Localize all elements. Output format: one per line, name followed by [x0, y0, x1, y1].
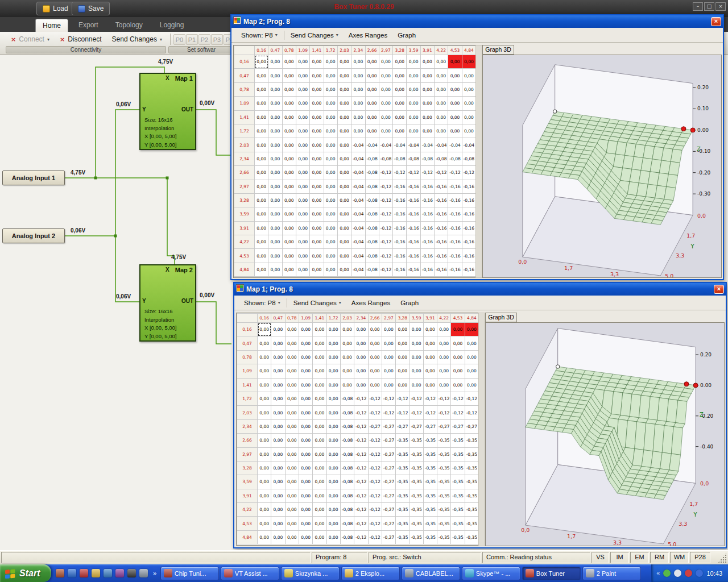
map-cell-13-9[interactable]: -0,27: [382, 503, 395, 517]
map-cell-0-10[interactable]: 0,00: [396, 323, 410, 336]
map-cell-10-8[interactable]: -0,12: [368, 461, 382, 475]
shown-selector[interactable]: Shown: P8▾: [236, 30, 283, 40]
map-cell-9-13[interactable]: -0,35: [437, 447, 451, 461]
map-cell-3-12[interactable]: 0,00: [420, 97, 434, 110]
connect-button[interactable]: × Connect ▾: [6, 34, 55, 44]
map-cell-12-13[interactable]: -0,16: [435, 221, 448, 235]
map-cell-2-3[interactable]: 0,00: [296, 82, 309, 96]
map-cell-12-12[interactable]: -0,35: [423, 489, 437, 502]
map-cell-5-9[interactable]: 0,00: [379, 124, 392, 138]
map-cell-9-0[interactable]: 0,00: [255, 180, 268, 193]
map-cell-9-3[interactable]: 0,00: [296, 180, 309, 193]
map-cell-4-6[interactable]: 0,00: [337, 110, 351, 124]
map-cell-5-14[interactable]: 0,00: [448, 124, 462, 138]
map-cell-7-15[interactable]: -0,27: [465, 419, 478, 433]
map-cell-6-14[interactable]: -0,12: [451, 406, 465, 419]
map-cell-3-8[interactable]: 0,00: [365, 97, 379, 110]
map-cell-1-3[interactable]: 0,00: [296, 69, 309, 82]
map-cell-14-14[interactable]: -0,16: [448, 249, 462, 263]
map-cell-3-15[interactable]: 0,00: [465, 364, 478, 378]
map-cell-10-4[interactable]: 0,00: [310, 193, 324, 207]
map-cell-9-5[interactable]: 0,00: [324, 180, 337, 193]
map-cell-9-9[interactable]: -0,27: [382, 447, 395, 461]
map-cell-0-7[interactable]: 0,00: [351, 55, 365, 69]
map-cell-9-11[interactable]: -0,35: [410, 447, 423, 461]
map-cell-3-13[interactable]: 0,00: [435, 97, 448, 110]
map-cell-1-3[interactable]: 0,00: [299, 336, 312, 350]
map-cell-12-9[interactable]: -0,12: [379, 221, 392, 235]
map-cell-6-9[interactable]: -0,12: [382, 406, 395, 419]
map-cell-15-9[interactable]: -0,27: [382, 530, 395, 544]
map-cell-14-0[interactable]: 0,00: [255, 249, 268, 263]
map-cell-15-10[interactable]: -0,35: [396, 530, 410, 544]
save-button[interactable]: Save: [72, 2, 110, 15]
map-cell-15-15[interactable]: -0,16: [462, 263, 475, 276]
map-cell-10-3[interactable]: 0,00: [296, 193, 309, 207]
map-cell-0-0[interactable]: 0,00: [255, 55, 268, 69]
map-cell-0-3[interactable]: 0,00: [296, 55, 309, 69]
map-cell-4-12[interactable]: 0,00: [420, 110, 434, 124]
map-cell-5-2[interactable]: 0,00: [285, 392, 299, 405]
map-cell-5-12[interactable]: -0,12: [423, 392, 437, 405]
map-cell-14-3[interactable]: 0,00: [296, 249, 309, 263]
minimize-button[interactable]: –: [693, 2, 703, 11]
map-cell-5-3[interactable]: 0,00: [299, 392, 312, 405]
map-cell-12-15[interactable]: -0,35: [465, 489, 478, 502]
map-cell-9-14[interactable]: -0,16: [448, 180, 462, 193]
map-cell-3-0[interactable]: 0,00: [255, 97, 268, 110]
map-cell-0-4[interactable]: 0,00: [313, 323, 326, 336]
map-cell-9-6[interactable]: 0,00: [337, 180, 351, 193]
map-cell-3-11[interactable]: 0,00: [407, 97, 420, 110]
map-cell-11-10[interactable]: -0,16: [393, 207, 407, 221]
map-cell-3-9[interactable]: 0,00: [382, 364, 395, 378]
map-cell-7-2[interactable]: 0,00: [285, 419, 299, 433]
map-cell-3-2[interactable]: 0,00: [285, 364, 299, 378]
map-cell-12-14[interactable]: -0,35: [451, 489, 465, 502]
map-cell-0-0[interactable]: 0,00: [258, 323, 271, 336]
map-cell-15-1[interactable]: 0,00: [271, 530, 285, 544]
quick-launch-icon-5[interactable]: [104, 569, 112, 577]
map-cell-4-1[interactable]: 0,00: [271, 378, 285, 392]
map-cell-14-1[interactable]: 0,00: [271, 517, 285, 530]
map-cell-1-8[interactable]: 0,00: [365, 69, 379, 82]
map-cell-13-3[interactable]: 0,00: [299, 503, 312, 517]
program-button-p2[interactable]: P2: [198, 34, 210, 45]
map-cell-13-0[interactable]: 0,00: [255, 235, 268, 249]
map-cell-1-9[interactable]: 0,00: [379, 69, 392, 82]
map-cell-9-9[interactable]: -0,12: [379, 180, 392, 193]
map-cell-2-0[interactable]: 0,00: [255, 82, 268, 96]
map-cell-11-8[interactable]: -0,12: [368, 475, 382, 489]
tab-graph-3d[interactable]: Graph 3D: [485, 313, 517, 322]
map-cell-4-3[interactable]: 0,00: [296, 110, 309, 124]
map-cell-3-1[interactable]: 0,00: [268, 97, 282, 110]
map-cell-14-4[interactable]: 0,00: [313, 517, 326, 530]
map-cell-2-15[interactable]: 0,00: [462, 82, 475, 96]
map-cell-14-2[interactable]: 0,00: [285, 517, 299, 530]
map-cell-1-0[interactable]: 0,00: [255, 69, 268, 82]
map-cell-9-14[interactable]: -0,35: [451, 447, 465, 461]
map-cell-8-10[interactable]: -0,12: [393, 166, 407, 180]
program-button-p3[interactable]: P3: [211, 34, 223, 45]
map-cell-3-9[interactable]: 0,00: [379, 97, 392, 110]
axes-ranges-menu[interactable]: Axes Ranges: [344, 30, 392, 40]
map-cell-12-5[interactable]: 0,00: [324, 221, 337, 235]
map-cell-8-5[interactable]: 0,00: [324, 166, 337, 180]
map-cell-11-11[interactable]: -0,16: [407, 207, 420, 221]
map-cell-9-8[interactable]: -0,12: [368, 447, 382, 461]
map-cell-1-5[interactable]: 0,00: [324, 69, 337, 82]
map-cell-7-15[interactable]: -0,08: [462, 152, 475, 165]
map-cell-14-12[interactable]: -0,35: [423, 517, 437, 530]
map-cell-15-5[interactable]: 0,00: [324, 263, 337, 276]
map-cell-7-9[interactable]: -0,27: [382, 419, 395, 433]
map-cell-5-6[interactable]: 0,00: [337, 124, 351, 138]
map-cell-11-4[interactable]: 0,00: [310, 207, 324, 221]
map-cell-3-7[interactable]: 0,00: [354, 364, 368, 378]
map-cell-15-1[interactable]: 0,00: [268, 263, 282, 276]
map-cell-11-14[interactable]: -0,16: [448, 207, 462, 221]
map-cell-12-3[interactable]: 0,00: [296, 221, 309, 235]
quick-launch-icon-7[interactable]: [127, 569, 136, 577]
map-cell-5-0[interactable]: 0,00: [258, 392, 271, 405]
map-cell-12-13[interactable]: -0,35: [437, 489, 451, 502]
map-cell-0-5[interactable]: 0,00: [324, 55, 337, 69]
map-cell-7-1[interactable]: 0,00: [271, 419, 285, 433]
